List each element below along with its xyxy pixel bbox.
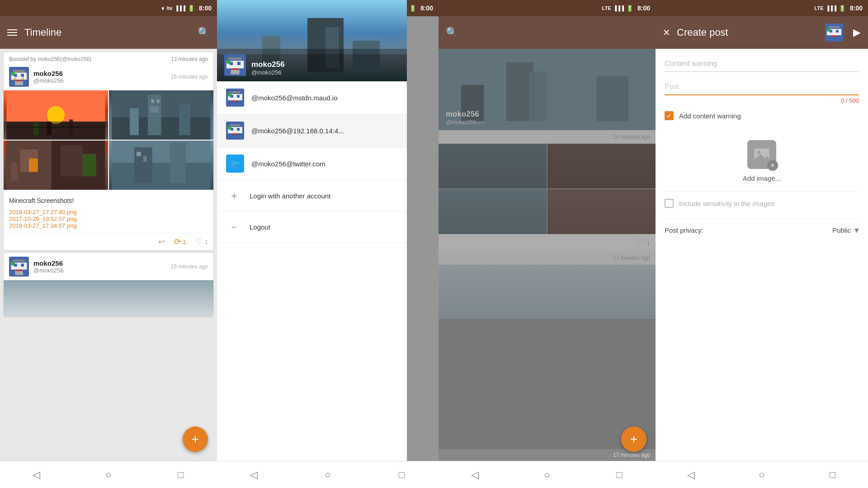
svg-rect-35 — [112, 163, 211, 190]
image-cell-2[interactable] — [109, 90, 213, 140]
svg-rect-63 — [230, 91, 241, 93]
battery-icon-4: 🔋 — [839, 5, 846, 12]
account-handle-1: @moko256@mstdn.maud.io — [251, 94, 338, 102]
svg-rect-16 — [69, 119, 73, 135]
image-grid-1 — [4, 90, 213, 190]
dimmed-time-3: 17 minutes ago — [613, 452, 650, 458]
account-item-2[interactable]: @moko256@192.168.0.14:4... — [217, 114, 407, 147]
svg-rect-82 — [829, 26, 840, 28]
image-cell-1[interactable] — [4, 90, 108, 140]
logout-label: Logout — [250, 223, 270, 231]
user-handle-1: @moko256 — [33, 77, 166, 84]
boost-text: Boosted by moko256(@moko256) — [9, 56, 91, 62]
svg-rect-70 — [230, 124, 241, 126]
sensitivity-label: Include sensitivity in the images — [679, 200, 774, 207]
privacy-row: Post privacy: Public ▾ — [665, 219, 859, 235]
link-1[interactable]: 2018-03-27_17.27.40.png — [9, 209, 208, 216]
logout-item[interactable]: － Logout — [217, 211, 407, 243]
reply-button[interactable]: ↩ — [158, 237, 165, 247]
lte-label-4: LTE — [815, 5, 824, 11]
nav-home-4[interactable]: ○ — [748, 466, 775, 484]
send-icon[interactable]: ▶ — [853, 27, 861, 38]
menu-icon[interactable] — [7, 29, 17, 36]
user-info-1: moko256 @moko256 — [33, 70, 166, 84]
nav-square-2[interactable]: □ — [388, 466, 415, 484]
boost-button[interactable]: ⟳ 1 — [174, 237, 186, 247]
privacy-label: Post privacy: — [665, 226, 703, 234]
post-time-1: 15 minutes ago — [171, 74, 208, 80]
char-count: 0 / 500 — [665, 97, 859, 104]
app-bar-1: Timeline 🔍 — [0, 16, 217, 49]
boost-time: 13 minutes ago — [171, 56, 208, 62]
svg-rect-32 — [11, 163, 18, 181]
svg-rect-31 — [29, 159, 38, 172]
svg-rect-34 — [112, 141, 211, 163]
post-actions-1: ↩ ⟳ 1 ♡ 1 — [4, 233, 213, 250]
nav-square-1[interactable]: □ — [167, 466, 194, 484]
profile-avatar-svg — [224, 54, 246, 76]
content-warning-input[interactable] — [665, 56, 859, 72]
account-avatar-2 — [226, 122, 244, 140]
image-cell-3[interactable] — [4, 141, 108, 190]
link-3[interactable]: 2018-03-27_17.34.57.png — [9, 222, 208, 229]
svg-rect-85 — [836, 30, 839, 33]
add-image-label: Add image... — [743, 174, 781, 182]
post-links-1: 2018-03-27_17.27.40.png 2017-10-29_18.52… — [4, 208, 213, 233]
bottom-nav-3: ◁ ○ □ — [439, 461, 656, 488]
post-input[interactable] — [665, 79, 859, 95]
avatar-2[interactable] — [9, 257, 29, 277]
privacy-dropdown-arrow[interactable]: ▾ — [854, 225, 859, 235]
nav-home-3[interactable]: ○ — [533, 466, 561, 484]
profile-username: moko256 — [251, 60, 285, 69]
post-card-1: Boosted by moko256(@moko256) 13 minutes … — [4, 52, 213, 250]
status-icons-4: LTE ▐▐▐ 🔋 8:00 — [815, 5, 863, 12]
svg-rect-37 — [170, 143, 186, 183]
nav-home-1[interactable]: ○ — [95, 466, 122, 484]
fab-button-3[interactable]: + — [621, 427, 646, 452]
login-another-item[interactable]: ＋ Login with another account — [217, 180, 407, 211]
create-post-title: Create post — [677, 27, 819, 38]
nav-back-4[interactable]: ◁ — [677, 466, 704, 484]
like-icon: ♡ — [195, 237, 203, 247]
logout-icon: － — [226, 219, 242, 235]
cw-checkbox[interactable]: ✓ — [665, 111, 674, 120]
profile-overlay: moko256 @moko256 — [217, 49, 407, 81]
nav-back-2[interactable]: ◁ — [241, 466, 268, 484]
image-svg-3 — [4, 141, 108, 190]
image-cell-4[interactable] — [109, 141, 213, 190]
fab-button-1[interactable]: + — [183, 427, 208, 452]
wifi-icon: ▾ — [161, 5, 165, 12]
link-2[interactable]: 2017-10-29_18.52.07.png — [9, 216, 208, 222]
svg-point-47 — [11, 262, 15, 266]
panel-timeline: ▾ lte ▐▐▐ 🔋 8:00 Timeline 🔍 Boosted by m… — [0, 0, 217, 488]
svg-rect-22 — [151, 99, 154, 103]
post-user-row-1: moko256 @moko256 15 minutes ago — [4, 63, 213, 90]
search-icon[interactable]: 🔍 — [198, 27, 210, 38]
post-text-1: Minecraft Screenshots! — [4, 193, 213, 208]
search-icon-3[interactable]: 🔍 — [446, 27, 458, 38]
bottom-nav-1: ◁ ○ □ — [0, 461, 217, 488]
nav-square-4[interactable]: □ — [819, 466, 846, 484]
status-icons-1: ▾ lte ▐▐▐ 🔋 8:00 — [161, 5, 212, 12]
nav-square-3[interactable]: □ — [606, 466, 633, 484]
account-menu: @moko256@mstdn.maud.io — [217, 81, 407, 488]
nav-back-1[interactable]: ◁ — [23, 466, 50, 484]
dimmed-time-row-3: 17 minutes ago — [439, 449, 656, 461]
account-item-1[interactable]: @moko256@mstdn.maud.io — [217, 81, 407, 114]
avatar-1[interactable] — [9, 67, 29, 87]
lte-label-3: LTE — [602, 5, 611, 11]
timeline-title: Timeline — [24, 27, 190, 38]
nav-back-3[interactable]: ◁ — [461, 466, 488, 484]
account-item-3[interactable]: 🐦 @moko256@twitter.com — [217, 147, 407, 180]
add-image-button[interactable]: + — [747, 140, 776, 169]
profile-avatar[interactable] — [224, 54, 246, 76]
sensitivity-checkbox[interactable] — [665, 199, 674, 208]
user-name-2: moko256 — [33, 259, 166, 267]
like-button[interactable]: ♡ 1 — [195, 237, 208, 247]
account-drawer: moko256 @moko256 — [217, 0, 407, 488]
nav-home-2[interactable]: ○ — [314, 466, 341, 484]
svg-rect-10 — [15, 81, 23, 85]
svg-rect-73 — [237, 128, 240, 131]
image-svg-1 — [4, 90, 108, 140]
close-icon[interactable]: ✕ — [663, 27, 670, 38]
